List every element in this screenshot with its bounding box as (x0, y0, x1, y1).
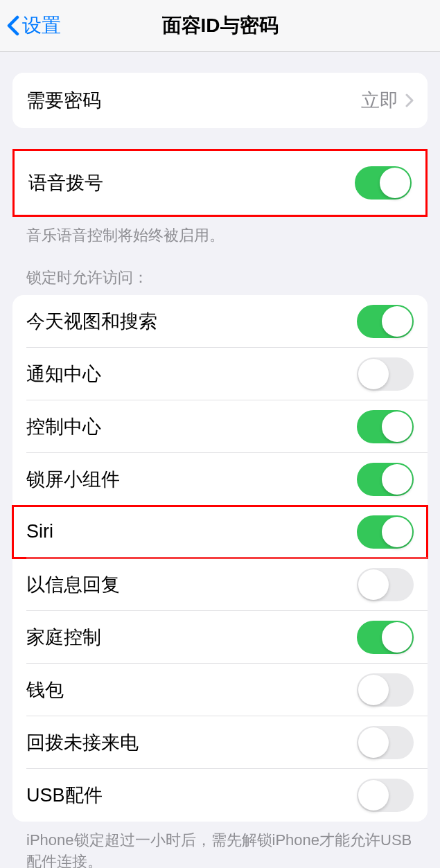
lock-access-item-toggle[interactable] (357, 673, 414, 707)
require-passcode-row[interactable]: 需要密码 立即 (12, 73, 428, 128)
voice-dial-toggle[interactable] (355, 166, 412, 200)
lock-access-row: 回拨未接来电 (12, 716, 428, 769)
lock-access-row: 家庭控制 (12, 611, 428, 664)
lock-access-item-toggle[interactable] (357, 463, 414, 496)
lock-access-row: 今天视图和搜索 (12, 295, 428, 348)
lock-access-row: 钱包 (12, 664, 428, 716)
lock-access-item-label: 今天视图和搜索 (26, 309, 157, 334)
lock-access-item-label: 锁屏小组件 (26, 467, 120, 492)
voice-dial-footer: 音乐语音控制将始终被启用。 (0, 217, 440, 247)
voice-dial-row: 语音拨号 (15, 151, 425, 215)
lock-access-item-toggle[interactable] (357, 726, 414, 759)
lock-access-item-label: USB配件 (26, 783, 103, 808)
lock-access-row: 通知中心 (12, 348, 428, 400)
toggle-knob (380, 168, 410, 198)
back-label: 设置 (22, 12, 61, 39)
lock-access-item-label: 钱包 (26, 677, 64, 702)
lock-access-header: 锁定时允许访问： (0, 247, 440, 295)
lock-access-item-toggle[interactable] (357, 779, 414, 812)
toggle-knob (358, 569, 389, 600)
toggle-knob (358, 727, 389, 758)
require-passcode-label: 需要密码 (26, 88, 101, 113)
lock-access-item-label: 家庭控制 (26, 625, 101, 650)
lock-access-item-toggle[interactable] (357, 305, 414, 338)
lock-access-item-toggle[interactable] (357, 357, 414, 391)
toggle-knob (358, 780, 389, 811)
lock-access-row: USB配件 (12, 769, 428, 822)
toggle-knob (358, 359, 389, 389)
lock-access-row: 以信息回复 (12, 558, 428, 611)
toggle-knob (382, 306, 412, 337)
page-title: 面容ID与密码 (162, 12, 279, 39)
toggle-knob (382, 517, 412, 547)
lock-access-item-label: 以信息回复 (26, 572, 120, 597)
lock-access-row: 锁屏小组件 (12, 453, 428, 506)
lock-access-item-toggle[interactable] (357, 621, 414, 654)
chevron-right-icon (405, 94, 414, 107)
navigation-bar: 设置 面容ID与密码 (0, 0, 440, 52)
toggle-knob (382, 464, 412, 495)
lock-access-group: 今天视图和搜索通知中心控制中心锁屏小组件Siri以信息回复家庭控制钱包回拨未接来… (12, 295, 428, 822)
require-passcode-value: 立即 (361, 88, 398, 113)
lock-access-item-label: 回拨未接来电 (26, 730, 139, 755)
lock-access-item-toggle[interactable] (357, 410, 414, 443)
toggle-knob (382, 411, 412, 442)
lock-access-item-label: 通知中心 (26, 362, 101, 387)
lock-access-row: Siri (12, 506, 428, 558)
lock-access-item-toggle[interactable] (357, 515, 414, 549)
lock-access-row: 控制中心 (12, 400, 428, 453)
chevron-left-icon (7, 15, 19, 36)
voice-dial-label: 语音拨号 (28, 170, 103, 195)
lock-access-item-label: 控制中心 (26, 414, 101, 439)
toggle-knob (358, 675, 389, 705)
lock-access-item-toggle[interactable] (357, 568, 414, 601)
lock-access-item-label: Siri (26, 521, 53, 542)
voice-dial-group: 语音拨号 (12, 149, 428, 217)
require-passcode-group: 需要密码 立即 (12, 73, 428, 128)
back-button[interactable]: 设置 (7, 12, 61, 39)
toggle-knob (382, 622, 412, 653)
lock-access-footer: iPhone锁定超过一小时后，需先解锁iPhone才能允许USB配件连接。 (0, 822, 440, 868)
